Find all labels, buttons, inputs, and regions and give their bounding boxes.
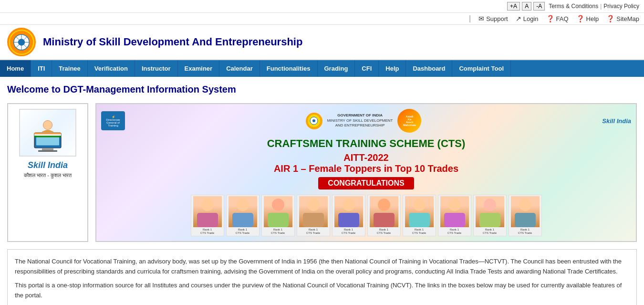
description-para2: This portal is a one-stop information so…	[15, 281, 629, 301]
photo-6	[370, 196, 398, 227]
svg-rect-33	[444, 213, 465, 227]
gov-india-logo	[306, 113, 322, 129]
faq-icon: ❓	[546, 15, 554, 22]
svg-rect-13	[34, 134, 61, 136]
photo-4	[299, 196, 328, 227]
photo-8	[440, 196, 469, 227]
photo-info-1: Rank 1CTS Trade	[192, 228, 223, 235]
nav-cfi[interactable]: CFI	[355, 60, 379, 77]
email-icon: ✉	[478, 15, 484, 22]
nav-instructor[interactable]: Instructor	[135, 60, 178, 77]
faq-item[interactable]: ❓ FAQ	[546, 15, 569, 22]
photo-info-9: Rank 1CTS Trade	[475, 228, 505, 235]
svg-point-11	[43, 120, 52, 129]
svg-rect-12	[34, 133, 61, 134]
photo-card-6: Rank 1CTS Trade	[367, 195, 401, 236]
svg-rect-19	[197, 213, 218, 227]
svg-rect-31	[409, 213, 430, 227]
nav-complaint-tool[interactable]: Complaint Tool	[452, 60, 511, 77]
dgt-logo: ⚡DirectorateGeneral ofTraining	[101, 111, 125, 130]
nav-examiner[interactable]: Examiner	[178, 60, 220, 77]
support-item[interactable]: ✉ Support	[478, 15, 508, 22]
font-increase-button[interactable]: +A	[507, 2, 520, 11]
photo-info-6: Rank 1CTS Trade	[369, 228, 399, 235]
top-bar: +A A -A Terms & Conditions | Privacy Pol…	[0, 0, 644, 13]
svg-point-22	[272, 199, 284, 211]
nav-trainee[interactable]: Trainee	[52, 60, 88, 77]
photo-card-5: Rank 1CTS Trade	[332, 195, 365, 236]
photo-5	[334, 196, 363, 227]
photo-card-9: Rank 1CTS Trade	[473, 195, 507, 236]
svg-point-18	[201, 199, 214, 211]
help-item[interactable]: ❓ Help	[576, 15, 599, 22]
svg-rect-9	[42, 148, 53, 150]
support-label: Support	[486, 15, 508, 22]
bar-separator: |	[469, 14, 471, 23]
sitemap-item[interactable]: ❓ SiteMap	[606, 15, 639, 22]
photo-info-4: Rank 1CTS Trade	[298, 228, 329, 235]
photo-card-10: Rank 1CTS Trade	[509, 195, 542, 236]
photo-10	[511, 196, 540, 227]
terms-link[interactable]: Terms & Conditions	[549, 3, 598, 10]
sitemap-icon: ❓	[606, 15, 614, 22]
photo-info-10: Rank 1CTS Trade	[510, 228, 540, 235]
help-label: Help	[586, 15, 599, 22]
svg-rect-29	[374, 213, 395, 227]
svg-point-34	[484, 199, 496, 211]
faq-label: FAQ	[556, 15, 569, 22]
sitemap-label: SiteMap	[616, 15, 639, 22]
photo-7	[405, 196, 434, 227]
welcome-title: Welcome to DGT-Management Information Sy…	[7, 82, 637, 97]
banner-year: AITT-2022	[343, 152, 388, 163]
login-label: Login	[523, 15, 539, 22]
photo-info-2: Rank 1CTS Trade	[228, 228, 258, 235]
azadi-badge: AzadiKaAmritMahotsav	[397, 109, 421, 133]
skill-india-subtext: कौशल भारत - कुशल भारत	[24, 172, 72, 179]
main-content: Welcome to DGT-Management Information Sy…	[0, 77, 644, 305]
top-bar-links: Terms & Conditions | Privacy Policy	[549, 3, 639, 10]
svg-rect-35	[479, 213, 500, 227]
skill-india-logo	[19, 109, 76, 157]
photo-1	[193, 196, 222, 227]
nav-functionalities[interactable]: Functionalities	[260, 60, 318, 77]
ministry-logo	[7, 28, 36, 56]
banner-congratulations: CONGRATULATIONS	[318, 177, 414, 189]
svg-point-20	[237, 199, 249, 211]
nav-help[interactable]: Help	[379, 60, 406, 77]
font-size-controls: +A A -A	[507, 2, 545, 11]
svg-rect-25	[303, 213, 324, 227]
nav-grading[interactable]: Grading	[318, 60, 355, 77]
gov-logos: GOVERNMENT OF INDIA MINISTRY OF SKILL DE…	[306, 109, 422, 133]
font-normal-button[interactable]: A	[522, 2, 531, 11]
svg-point-36	[519, 199, 531, 211]
help-icon: ❓	[576, 15, 584, 22]
photo-card-4: Rank 1CTS Trade	[297, 195, 330, 236]
header: Ministry of Skill Development And Entrep…	[0, 25, 644, 60]
banner-subtitle: AIR 1 – Female Toppers in Top 10 Trades	[274, 163, 458, 174]
nav-calendar[interactable]: Calendar	[219, 60, 260, 77]
svg-point-26	[343, 199, 355, 211]
description-box: The National Council for Vocational Trai…	[7, 249, 637, 305]
svg-point-28	[378, 199, 390, 211]
nav-home[interactable]: Home	[0, 60, 31, 77]
svg-point-30	[413, 199, 426, 211]
separator-1: |	[600, 3, 602, 10]
font-decrease-button[interactable]: -A	[533, 2, 545, 11]
privacy-link[interactable]: Privacy Policy	[603, 3, 639, 10]
photo-card-8: Rank 1CTS Trade	[438, 195, 471, 236]
login-item[interactable]: ↗ Login	[516, 15, 539, 22]
banner-logos: ⚡DirectorateGeneral ofTraining GOVERNMEN…	[101, 109, 631, 133]
content-area: Skill India कौशल भारत - कुशल भारत ⚡Direc…	[7, 103, 637, 242]
support-bar: | ✉ Support ↗ Login ❓ FAQ ❓ Help ❓ SiteM…	[0, 13, 644, 25]
nav-verification[interactable]: Verification	[88, 60, 135, 77]
nav-dashboard[interactable]: Dashboard	[406, 60, 452, 77]
skill-india-panel: Skill India कौशल भारत - कुशल भारत	[7, 103, 88, 242]
photo-info-8: Rank 1CTS Trade	[439, 228, 470, 235]
svg-rect-14	[34, 136, 61, 137]
banner-logo-left: ⚡DirectorateGeneral ofTraining	[101, 111, 125, 130]
header-title: Ministry of Skill Development And Entrep…	[43, 36, 302, 48]
photo-9	[476, 196, 504, 227]
nav-iti[interactable]: ITI	[31, 60, 52, 77]
photo-info-3: Rank 1CTS Trade	[263, 228, 293, 235]
login-icon: ↗	[516, 15, 521, 22]
